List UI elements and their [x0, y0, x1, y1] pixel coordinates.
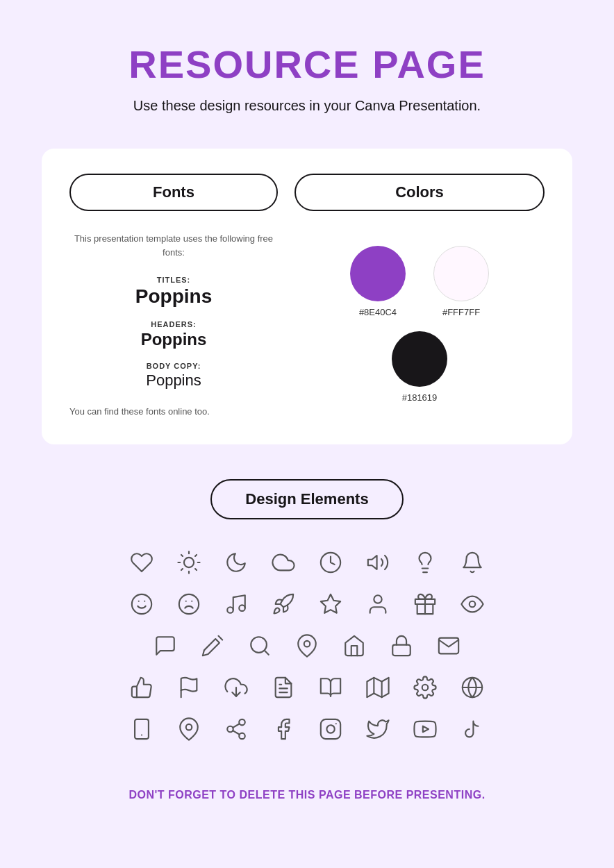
- svg-point-44: [239, 719, 245, 726]
- svg-point-25: [470, 601, 476, 608]
- settings-icon: [407, 669, 443, 706]
- colors-header: Colors: [294, 174, 545, 211]
- color-item-dark: #181619: [392, 331, 447, 403]
- font-name-body: Poppins: [69, 372, 278, 390]
- font-label-titles: TITLES:: [69, 276, 278, 284]
- eye-icon: [454, 586, 490, 622]
- svg-point-16: [179, 594, 199, 614]
- font-name-headers: Poppins: [69, 330, 278, 349]
- fonts-section: This presentation template uses the foll…: [69, 232, 278, 417]
- colors-section: #8E40C4 #FFF7FF #181619: [294, 232, 545, 417]
- mail-icon: [431, 628, 467, 664]
- svg-rect-41: [135, 719, 149, 739]
- fonts-header: Fonts: [69, 174, 278, 211]
- fonts-intro: This presentation template uses the foll…: [69, 232, 278, 259]
- location-icon: [171, 711, 207, 747]
- svg-marker-51: [423, 726, 429, 733]
- map-icon: [360, 669, 396, 706]
- svg-point-13: [132, 594, 151, 614]
- book-icon: [313, 669, 349, 706]
- font-label-body: BODY COPY:: [69, 362, 278, 370]
- home-icon: [336, 628, 372, 664]
- pin-icon: [289, 628, 325, 664]
- document-icon: [265, 669, 301, 706]
- svg-point-45: [227, 726, 233, 733]
- star-icon: [313, 586, 349, 622]
- flag-icon: [171, 669, 207, 706]
- design-elements-header: Design Elements: [210, 479, 403, 519]
- rocket-icon: [265, 586, 301, 622]
- svg-marker-10: [368, 556, 377, 569]
- color-label-purple: #8E40C4: [359, 307, 397, 317]
- svg-line-7: [181, 569, 183, 570]
- svg-line-8: [195, 555, 197, 556]
- icon-row-1: [124, 544, 490, 581]
- design-elements-section: Design Elements: [42, 479, 572, 747]
- color-circle-dark: [392, 331, 447, 387]
- pencil-icon: [194, 628, 231, 664]
- svg-point-43: [186, 724, 192, 731]
- tiktok-icon: [454, 711, 490, 747]
- chat-icon: [147, 628, 183, 664]
- sun-icon: [171, 544, 207, 581]
- svg-point-29: [304, 641, 310, 647]
- svg-point-22: [374, 595, 381, 603]
- page-title: RESOURCE PAGE: [128, 42, 485, 87]
- svg-point-0: [184, 558, 194, 567]
- smile-icon: [124, 586, 160, 622]
- svg-marker-21: [321, 594, 340, 613]
- resource-card: Fonts Colors This presentation template …: [42, 149, 572, 444]
- icon-row-2: [124, 586, 490, 622]
- instagram-icon: [313, 711, 349, 747]
- svg-marker-35: [367, 678, 388, 697]
- color-label-light: #FFF7FF: [442, 307, 480, 317]
- heart-icon: [124, 544, 160, 581]
- music-icon: [218, 586, 254, 622]
- twitter-icon: [360, 711, 396, 747]
- color-circle-light: [433, 246, 489, 301]
- icon-row-5: [124, 711, 490, 747]
- svg-line-48: [233, 724, 240, 728]
- clock-icon: [313, 544, 349, 581]
- gift-icon: [407, 586, 443, 622]
- svg-point-19: [227, 607, 233, 613]
- font-item-body: BODY COPY: Poppins: [69, 362, 278, 390]
- lock-icon: [383, 628, 420, 664]
- cloud-icon: [265, 544, 301, 581]
- megaphone-icon: [360, 544, 396, 581]
- color-label-dark: #181619: [402, 392, 438, 403]
- svg-rect-30: [392, 645, 410, 656]
- svg-line-26: [219, 636, 223, 640]
- font-item-headers: HEADERS: Poppins: [69, 320, 278, 349]
- color-item-purple: #8E40C4: [350, 246, 406, 317]
- frown-icon: [171, 586, 207, 622]
- colors-row-2: #181619: [392, 331, 447, 403]
- bell-icon: [454, 544, 490, 581]
- fonts-footer: You can find these fonts online too.: [69, 406, 278, 417]
- svg-rect-49: [321, 719, 340, 739]
- svg-point-46: [239, 733, 245, 740]
- icon-row-4: [124, 669, 490, 706]
- person-icon: [360, 586, 396, 622]
- svg-line-3: [181, 555, 183, 556]
- footer-warning: DON'T FORGET TO DELETE THIS PAGE BEFORE …: [128, 789, 485, 801]
- facebook-icon: [265, 711, 301, 747]
- svg-line-28: [265, 651, 269, 655]
- color-circle-purple: [350, 246, 406, 301]
- share-icon: [218, 711, 254, 747]
- svg-line-4: [195, 569, 197, 570]
- page-subtitle: Use these design resources in your Canva…: [133, 98, 481, 114]
- svg-point-20: [239, 605, 245, 611]
- color-item-light: #FFF7FF: [433, 246, 489, 317]
- trophy-icon: [218, 669, 254, 706]
- phone-icon: [124, 711, 160, 747]
- font-label-headers: HEADERS:: [69, 320, 278, 328]
- svg-point-38: [422, 685, 429, 691]
- lightbulb-icon: [407, 544, 443, 581]
- thumbsup-icon: [124, 669, 160, 706]
- colors-row-1: #8E40C4 #FFF7FF: [350, 246, 489, 317]
- font-name-titles: Poppins: [69, 285, 278, 308]
- icon-row-3: [147, 628, 467, 664]
- svg-line-47: [233, 731, 240, 735]
- globe-icon: [454, 669, 490, 706]
